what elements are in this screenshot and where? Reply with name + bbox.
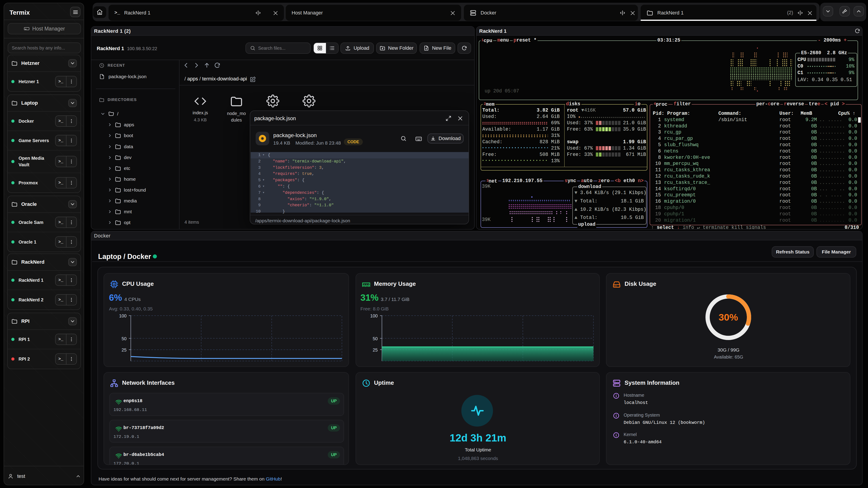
svg-text:100: 100: [119, 313, 127, 318]
svg-text:25: 25: [373, 348, 377, 352]
svg-text:100: 100: [370, 313, 377, 318]
svg-text:50: 50: [122, 336, 127, 341]
svg-text:25: 25: [122, 348, 127, 352]
svg-text:30%: 30%: [719, 312, 738, 323]
svg-text:50: 50: [373, 336, 377, 341]
